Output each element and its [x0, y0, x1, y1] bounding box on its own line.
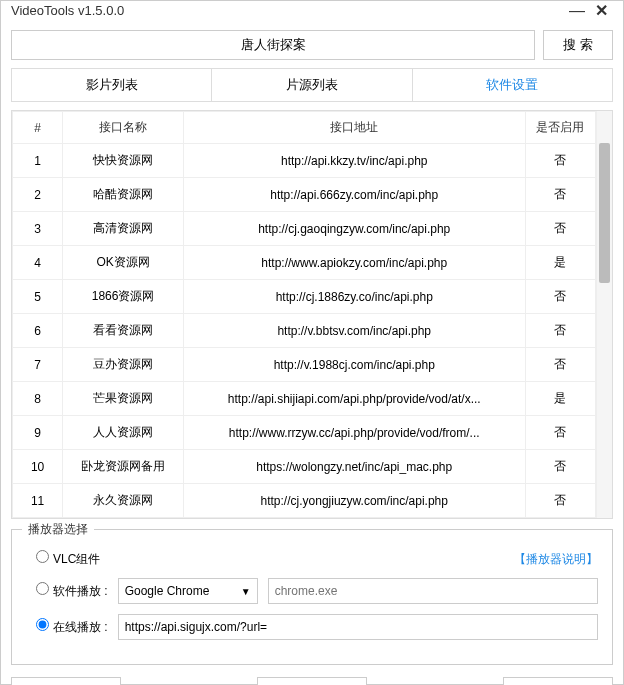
cell-url: http://v.1988cj.com/inc/api.php	[183, 348, 525, 382]
tab-movie-list[interactable]: 影片列表	[12, 69, 212, 101]
app-window: VideoTools v1.5.0.0 — ✕ 搜 索 影片列表 片源列表 软件…	[0, 0, 624, 685]
software-row: 软件播放 : Google Chrome ▼	[26, 578, 598, 604]
cell-url: http://api.shijiapi.com/api.php/provide/…	[183, 382, 525, 416]
cell-enabled: 否	[525, 314, 595, 348]
table-row[interactable]: 6看看资源网http://v.bbtsv.com/inc/api.php否	[13, 314, 596, 348]
cell-enabled: 否	[525, 450, 595, 484]
search-input[interactable]	[11, 30, 535, 60]
player-group: 播放器选择 VLC组件 【播放器说明】 软件播放 : Google Chrome…	[11, 529, 613, 665]
software-select[interactable]: Google Chrome ▼	[118, 578, 258, 604]
cell-name: 卧龙资源网备用	[63, 450, 184, 484]
table-row[interactable]: 9人人资源网http://www.rrzyw.cc/api.php/provid…	[13, 416, 596, 450]
vlc-radio[interactable]	[36, 550, 49, 563]
cell-enabled: 否	[525, 212, 595, 246]
minimize-icon[interactable]: —	[565, 2, 589, 20]
cell-name: 永久资源网	[63, 484, 184, 518]
cell-name: 豆办资源网	[63, 348, 184, 382]
cell-name: 芒果资源网	[63, 382, 184, 416]
table-row[interactable]: 7豆办资源网http://v.1988cj.com/inc/api.php否	[13, 348, 596, 382]
cell-enabled: 否	[525, 280, 595, 314]
about-button[interactable]: 关于软件	[503, 677, 613, 685]
tab-source-list[interactable]: 片源列表	[212, 69, 412, 101]
cell-num: 9	[13, 416, 63, 450]
faq-button[interactable]: 常见问题	[257, 677, 367, 685]
tab-bar: 影片列表 片源列表 软件设置	[11, 68, 613, 102]
online-url-input[interactable]	[118, 614, 598, 640]
cell-num: 8	[13, 382, 63, 416]
content-area: 搜 索 影片列表 片源列表 软件设置 # 接口名称 接口地址 是否启用	[1, 20, 623, 685]
cell-url: http://www.rrzyw.cc/api.php/provide/vod/…	[183, 416, 525, 450]
api-table: # 接口名称 接口地址 是否启用 1快快资源网http://api.kkzy.t…	[12, 111, 596, 518]
cell-name: 高清资源网	[63, 212, 184, 246]
bottom-row: 检查更新 常见问题 关于软件	[11, 673, 613, 685]
cell-enabled: 否	[525, 484, 595, 518]
window-title: VideoTools v1.5.0.0	[11, 3, 565, 18]
software-radio-label[interactable]: 软件播放 :	[36, 582, 108, 600]
cell-enabled: 是	[525, 246, 595, 280]
col-enabled: 是否启用	[525, 112, 595, 144]
software-radio[interactable]	[36, 582, 49, 595]
cell-url: http://v.bbtsv.com/inc/api.php	[183, 314, 525, 348]
table-scrollbar[interactable]	[596, 111, 612, 518]
close-icon[interactable]: ✕	[589, 1, 613, 20]
cell-url: http://cj.gaoqingzyw.com/inc/api.php	[183, 212, 525, 246]
api-table-wrap: # 接口名称 接口地址 是否启用 1快快资源网http://api.kkzy.t…	[11, 110, 613, 519]
cell-enabled: 否	[525, 416, 595, 450]
chevron-down-icon: ▼	[241, 586, 251, 597]
cell-num: 2	[13, 178, 63, 212]
table-row[interactable]: 1快快资源网http://api.kkzy.tv/inc/api.php否	[13, 144, 596, 178]
cell-num: 11	[13, 484, 63, 518]
cell-num: 4	[13, 246, 63, 280]
col-name: 接口名称	[63, 112, 184, 144]
cell-enabled: 否	[525, 178, 595, 212]
col-num: #	[13, 112, 63, 144]
table-header-row: # 接口名称 接口地址 是否启用	[13, 112, 596, 144]
tab-settings[interactable]: 软件设置	[413, 69, 612, 101]
titlebar: VideoTools v1.5.0.0 — ✕	[1, 1, 623, 20]
col-url: 接口地址	[183, 112, 525, 144]
table-row[interactable]: 3高清资源网http://cj.gaoqingzyw.com/inc/api.p…	[13, 212, 596, 246]
online-radio-label[interactable]: 在线播放 :	[36, 618, 108, 636]
cell-url: http://cj.1886zy.co/inc/api.php	[183, 280, 525, 314]
cell-num: 6	[13, 314, 63, 348]
cell-url: http://api.kkzy.tv/inc/api.php	[183, 144, 525, 178]
cell-url: http://api.666zy.com/inc/api.php	[183, 178, 525, 212]
check-update-button[interactable]: 检查更新	[11, 677, 121, 685]
software-path-input[interactable]	[268, 578, 598, 604]
vlc-radio-label[interactable]: VLC组件	[36, 550, 100, 568]
cell-name: 快快资源网	[63, 144, 184, 178]
cell-num: 10	[13, 450, 63, 484]
online-row: 在线播放 :	[26, 614, 598, 640]
cell-url: http://cj.yongjiuzyw.com/inc/api.php	[183, 484, 525, 518]
cell-num: 5	[13, 280, 63, 314]
search-button[interactable]: 搜 索	[543, 30, 613, 60]
table-row[interactable]: 4OK资源网http://www.apiokzy.com/inc/api.php…	[13, 246, 596, 280]
cell-num: 3	[13, 212, 63, 246]
player-group-title: 播放器选择	[22, 521, 94, 538]
api-table-scroll: # 接口名称 接口地址 是否启用 1快快资源网http://api.kkzy.t…	[12, 111, 596, 518]
table-row[interactable]: 11永久资源网http://cj.yongjiuzyw.com/inc/api.…	[13, 484, 596, 518]
cell-name: 看看资源网	[63, 314, 184, 348]
cell-name: OK资源网	[63, 246, 184, 280]
cell-enabled: 是	[525, 382, 595, 416]
cell-name: 1866资源网	[63, 280, 184, 314]
player-help-link[interactable]: 【播放器说明】	[514, 551, 598, 568]
online-radio[interactable]	[36, 618, 49, 631]
cell-url: http://www.apiokzy.com/inc/api.php	[183, 246, 525, 280]
table-row[interactable]: 8芒果资源网http://api.shijiapi.com/api.php/pr…	[13, 382, 596, 416]
cell-url: https://wolongzy.net/inc/api_mac.php	[183, 450, 525, 484]
table-row[interactable]: 51866资源网http://cj.1886zy.co/inc/api.php否	[13, 280, 596, 314]
search-row: 搜 索	[11, 30, 613, 60]
cell-name: 人人资源网	[63, 416, 184, 450]
scrollbar-thumb[interactable]	[599, 143, 610, 283]
vlc-row: VLC组件 【播放器说明】	[26, 550, 598, 568]
table-row[interactable]: 2哈酷资源网http://api.666zy.com/inc/api.php否	[13, 178, 596, 212]
cell-enabled: 否	[525, 144, 595, 178]
table-row[interactable]: 10卧龙资源网备用https://wolongzy.net/inc/api_ma…	[13, 450, 596, 484]
cell-num: 7	[13, 348, 63, 382]
cell-num: 1	[13, 144, 63, 178]
cell-name: 哈酷资源网	[63, 178, 184, 212]
cell-enabled: 否	[525, 348, 595, 382]
